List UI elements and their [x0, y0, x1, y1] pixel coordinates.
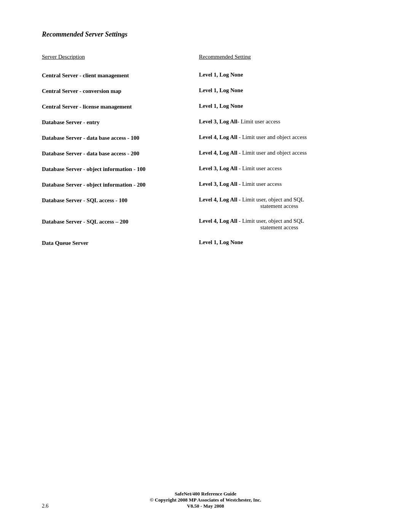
- row-setting: Level 4, Log All - Limit user, object an…: [199, 218, 369, 231]
- row-description: Central Server - conversion map: [42, 87, 199, 94]
- setting-normal: - Limit user access: [237, 165, 282, 171]
- setting-bold: Level 3, Log All: [199, 181, 237, 187]
- row-setting: Level 1, Log None: [199, 72, 369, 78]
- setting-bold: Level 4, Log All: [199, 150, 237, 156]
- settings-table: Server Description Recommended Setting C…: [42, 54, 369, 246]
- row-description: Database Server - SQL access - 100: [42, 197, 199, 204]
- row-setting: Level 4, Log All - Limit user, object an…: [199, 197, 369, 209]
- setting-bold: Level 1, Log None: [199, 239, 243, 245]
- table-row: Central Server - client managementLevel …: [42, 72, 369, 79]
- page: Recommended Server Settings Server Descr…: [0, 0, 411, 532]
- row-setting: Level 4, Log All - Limit user and object…: [199, 150, 369, 156]
- row-description: Central Server - license management: [42, 103, 199, 110]
- table-row: Central Server - license managementLevel…: [42, 103, 369, 110]
- footer: SafeNet/400 Reference Guide © Copyright …: [0, 491, 411, 509]
- table-row: Central Server - conversion mapLevel 1, …: [42, 87, 369, 94]
- footer-line1: SafeNet/400 Reference Guide: [0, 491, 411, 497]
- setting-normal: - Limit user and object access: [237, 150, 307, 156]
- table-row: Database Server - object information - 1…: [42, 165, 369, 173]
- row-setting: Level 1, Log None: [199, 103, 369, 109]
- header-description: Server Description: [42, 54, 199, 60]
- row-description: Data Queue Server: [42, 239, 199, 246]
- row-description: Database Server - entry: [42, 118, 199, 126]
- footer-line3: V8.50 - May 2008: [0, 503, 411, 509]
- row-description: Database Server - data base access - 100: [42, 134, 199, 141]
- table-row: Database Server - SQL access - 100Level …: [42, 197, 369, 209]
- table-row: Database Server - object information - 2…: [42, 181, 369, 188]
- row-description: Central Server - client management: [42, 72, 199, 79]
- table-row: Database Server - SQL access – 200Level …: [42, 218, 369, 231]
- footer-line2: © Copyright 2008 MP Associates of Westch…: [0, 497, 411, 503]
- page-number: 2.6: [42, 503, 49, 509]
- setting-bold: Level 1, Log None: [199, 72, 243, 78]
- page-title: Recommended Server Settings: [42, 30, 369, 38]
- setting-bold: Level 1, Log None: [199, 103, 243, 109]
- setting-bold: Level 4, Log All: [199, 218, 237, 224]
- setting-bold: Level 1, Log None: [199, 87, 243, 93]
- table-body: Central Server - client managementLevel …: [42, 72, 369, 246]
- row-setting: Level 4, Log All - Limit user and object…: [199, 134, 369, 141]
- row-description: Database Server - object information - 2…: [42, 181, 199, 188]
- setting-bold: Level 3, Log All: [199, 165, 237, 171]
- table-row: Database Server - data base access - 100…: [42, 134, 369, 141]
- row-setting: Level 1, Log None: [199, 87, 369, 94]
- row-setting: Level 3, Log All- Limit user access: [199, 118, 369, 125]
- header-setting: Recommended Setting: [199, 54, 369, 60]
- setting-bold: Level 4, Log All: [199, 197, 237, 203]
- table-row: Database Server - data base access - 200…: [42, 150, 369, 157]
- row-description: Database Server - data base access - 200: [42, 150, 199, 157]
- row-description: Database Server - SQL access – 200: [42, 218, 199, 225]
- table-row: Database Server - entryLevel 3, Log All-…: [42, 118, 369, 126]
- row-setting: Level 3, Log All - Limit user access: [199, 181, 369, 187]
- setting-normal: - Limit user access: [237, 181, 282, 187]
- setting-normal: - Limit user access: [237, 118, 280, 125]
- table-header-row: Server Description Recommended Setting: [42, 54, 369, 60]
- setting-normal: - Limit user and object access: [237, 134, 307, 140]
- setting-bold: Level 4, Log All: [199, 134, 237, 140]
- setting-bold: Level 3, Log All: [199, 118, 237, 125]
- table-row: Data Queue ServerLevel 1, Log None: [42, 239, 369, 246]
- row-setting: Level 1, Log None: [199, 239, 369, 246]
- row-setting: Level 3, Log All - Limit user access: [199, 165, 369, 172]
- row-description: Database Server - object information - 1…: [42, 165, 199, 173]
